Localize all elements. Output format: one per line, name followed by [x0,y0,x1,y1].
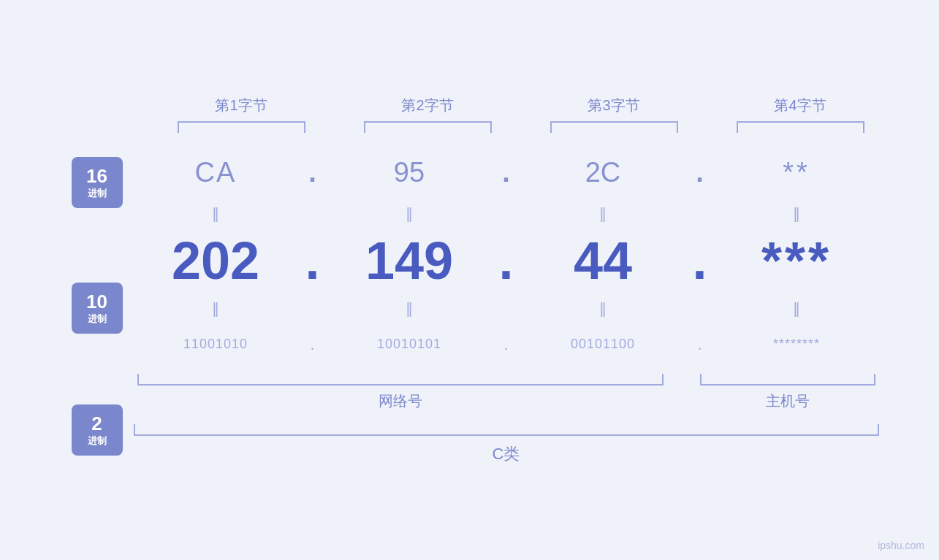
dot-2: . [502,157,510,188]
decimal-value-1: 202 [172,231,259,290]
dot-bin-3: . [697,335,702,353]
bracket-top-4 [737,121,864,133]
decimal-value-2: 149 [365,231,453,290]
dot-dec-1: . [305,231,319,290]
equals2-2: ‖ [327,299,492,317]
binary-value-2: 10010101 [377,337,441,351]
bracket-top-1 [178,121,305,133]
decimal-badge: 10 进制 [72,283,123,334]
byte-label-4: 第4字节 [722,96,879,115]
hex-value-1: CA [195,157,237,188]
watermark: ipshu.com [878,540,924,551]
dot-1: . [308,157,316,188]
hex-value-4: ** [783,157,810,188]
equals2-4: ‖ [715,299,879,317]
equals-3: ‖ [521,204,685,222]
binary-value-1: 11001010 [183,337,248,351]
host-label: 主机号 [700,391,875,411]
byte-label-2: 第2字节 [349,96,506,115]
equals-2: ‖ [327,204,492,222]
bracket-bottom-network [137,374,664,386]
class-label: C类 [134,443,879,465]
hex-value-2: 95 [394,157,425,188]
decimal-value-4: *** [761,231,832,290]
bracket-top-2 [364,121,492,133]
bracket-bottom-host [700,374,875,386]
network-label: 网络号 [137,391,664,411]
bracket-bottom-class [134,424,879,436]
bracket-top-3 [550,121,678,133]
dot-bin-1: . [310,335,314,353]
equals-1: ‖ [134,204,298,222]
dot-3: . [696,157,704,188]
dot-bin-2: . [503,335,508,353]
dot-dec-3: . [692,231,707,290]
byte-label-3: 第3字节 [536,96,693,115]
equals2-1: ‖ [134,299,298,317]
hex-badge: 16 进制 [72,157,123,208]
decimal-value-3: 44 [574,231,632,290]
equals2-3: ‖ [521,299,685,317]
hex-value-3: 2C [585,157,621,188]
binary-value-3: 00101100 [571,337,635,351]
dot-dec-2: . [498,231,513,290]
byte-label-1: 第1字节 [163,96,320,115]
binary-value-4: ******** [773,337,820,351]
equals-4: ‖ [715,204,879,222]
binary-badge: 2 进制 [72,404,123,456]
